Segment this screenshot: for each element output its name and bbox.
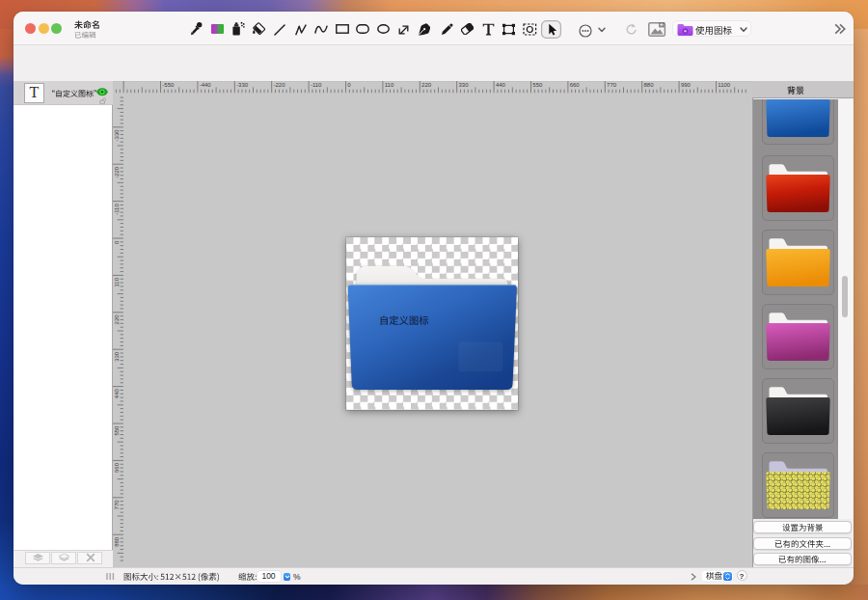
svg-text:110: 110: [385, 82, 394, 88]
svg-text:-220: -220: [274, 82, 286, 88]
svg-text:220: 220: [114, 314, 120, 325]
svg-text:-440: -440: [200, 82, 212, 88]
svg-text:880: 880: [114, 536, 120, 547]
svg-text:110: 110: [114, 277, 120, 286]
svg-text:0: 0: [347, 82, 351, 88]
svg-text:-110: -110: [114, 204, 120, 215]
svg-text:440: 440: [114, 389, 120, 399]
svg-text:550: 550: [532, 82, 543, 88]
svg-text:440: 440: [496, 82, 506, 88]
svg-text:-330: -330: [236, 82, 249, 88]
svg-text:770: 770: [607, 82, 617, 88]
svg-text:-220: -220: [114, 166, 120, 178]
svg-text:660: 660: [570, 82, 581, 88]
svg-text:0: 0: [114, 240, 120, 244]
svg-text:330: 330: [114, 351, 120, 362]
svg-text:880: 880: [644, 82, 655, 88]
svg-text:1100: 1100: [718, 82, 731, 88]
svg-text:-110: -110: [311, 82, 322, 88]
svg-text:990: 990: [681, 82, 692, 88]
svg-text:-550: -550: [162, 82, 175, 88]
svg-text:-330: -330: [114, 129, 120, 142]
svg-text:550: 550: [114, 425, 120, 436]
svg-text:770: 770: [114, 500, 120, 510]
svg-text:660: 660: [114, 462, 120, 473]
svg-text:220: 220: [421, 82, 432, 88]
svg-text:330: 330: [459, 82, 470, 88]
